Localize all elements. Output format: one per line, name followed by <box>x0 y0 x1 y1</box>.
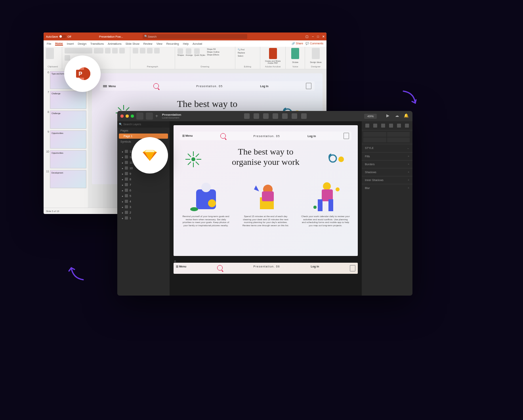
thumbnail[interactable]: 8Challenge <box>45 111 86 129</box>
thumbnail[interactable]: 7Challenge <box>45 91 86 109</box>
login-link[interactable]: Log in <box>307 135 316 137</box>
find-button[interactable]: 🔍 Find <box>238 48 258 51</box>
artboard-menu[interactable]: ☰ Menu <box>176 265 186 271</box>
align-bottom-icon[interactable] <box>405 124 409 128</box>
document-icon[interactable] <box>350 265 355 271</box>
tab-review[interactable]: Review <box>143 42 153 45</box>
artboard-2[interactable]: ☰ Menu Presentation. 06 Log in <box>174 263 358 274</box>
arrange-button[interactable] <box>186 48 191 54</box>
tool-icon[interactable] <box>301 113 307 119</box>
x-input[interactable] <box>363 132 386 137</box>
tab-insert[interactable]: Insert <box>67 42 74 45</box>
grid-tool[interactable] <box>146 113 153 120</box>
tab-home[interactable]: Home <box>55 42 63 46</box>
tool-icon[interactable] <box>254 113 259 119</box>
align-center-icon[interactable] <box>373 124 377 128</box>
notifications-icon[interactable]: 🔔 <box>404 113 409 119</box>
close-icon[interactable]: ✕ <box>322 35 325 38</box>
borders-section[interactable]: Borders+ <box>362 160 412 168</box>
layer-item[interactable]: 6 <box>117 187 170 193</box>
tool-icon[interactable] <box>273 113 278 119</box>
style-section[interactable]: STYLE⌄ <box>362 144 412 152</box>
blur-section[interactable]: Blur+ <box>362 184 412 192</box>
layer-item[interactable]: 5 <box>117 193 170 199</box>
thumbnail[interactable]: 9Opportunities <box>45 130 86 149</box>
login-link[interactable]: Log In <box>260 85 269 88</box>
font-family-dropdown[interactable] <box>65 48 92 53</box>
document-title[interactable]: Presentation Local Document <box>162 113 181 119</box>
tab-animations[interactable]: Animations <box>108 42 122 45</box>
tab-transitions[interactable]: Transitions <box>90 42 104 45</box>
sketch-canvas[interactable]: ☰ Menu Presentation. 05 Log in The best … <box>170 121 362 296</box>
italic-button[interactable] <box>112 48 118 53</box>
tab-recording[interactable]: Recording <box>166 42 179 45</box>
maximize-button[interactable] <box>131 115 134 118</box>
tool-icon[interactable] <box>244 113 250 119</box>
font-color-button[interactable] <box>65 55 70 61</box>
shape-fill-button[interactable]: Shape Fill <box>207 48 220 51</box>
shapes-button[interactable] <box>178 48 183 54</box>
bold-button[interactable] <box>105 48 111 53</box>
tab-help[interactable]: Help <box>183 42 189 45</box>
close-button[interactable] <box>120 115 124 118</box>
numbering-button[interactable] <box>140 48 145 53</box>
quick-styles-button[interactable] <box>194 48 200 54</box>
thumbnail[interactable]: 10Opportunities <box>45 150 86 168</box>
align-left-button[interactable] <box>147 48 153 53</box>
shape-effects-button[interactable]: Shape Effects <box>207 53 220 56</box>
tool-icon[interactable] <box>263 113 269 119</box>
inner-shadows-section[interactable]: Inner Shadows+ <box>362 176 412 184</box>
ribbon-options-icon[interactable]: ▢ <box>305 35 309 38</box>
minimize-button[interactable] <box>126 115 129 118</box>
thumbnail[interactable]: 11Development <box>45 170 86 188</box>
dictate-button[interactable] <box>291 48 299 59</box>
tab-acrobat[interactable]: Acrobat <box>193 42 202 45</box>
h-input[interactable] <box>387 137 410 142</box>
layer-item[interactable]: 2 <box>117 210 170 215</box>
play-icon[interactable]: ▶ <box>386 113 392 119</box>
layer-item[interactable]: 4 <box>117 199 170 204</box>
artboard-menu[interactable]: ☰ Menu <box>182 134 193 137</box>
tool-icon[interactable] <box>292 113 297 119</box>
tab-view[interactable]: View <box>157 42 162 45</box>
tool-icon[interactable] <box>282 113 288 119</box>
align-center-button[interactable] <box>154 48 160 53</box>
layer-item[interactable]: 8 <box>117 176 170 182</box>
add-button[interactable]: + <box>155 113 158 119</box>
select-button[interactable]: Select <box>238 54 258 57</box>
y-input[interactable] <box>387 132 410 137</box>
paste-button[interactable] <box>46 48 54 59</box>
align-top-icon[interactable] <box>389 124 393 128</box>
tab-design[interactable]: Design <box>78 42 86 45</box>
layer-item[interactable]: 3 <box>117 204 170 210</box>
tab-file[interactable]: File <box>47 42 51 45</box>
autosave-toggle[interactable]: AutoSave Off <box>46 35 71 38</box>
shape-outline-button[interactable]: Shape Outline <box>207 51 220 53</box>
layer-search[interactable]: 🔍 Search Layers <box>117 121 170 128</box>
align-right-icon[interactable] <box>381 124 385 128</box>
layer-item[interactable]: 7 <box>117 182 170 187</box>
search-box[interactable]: 🔍 Search <box>143 34 247 39</box>
replace-button[interactable]: Replace <box>238 51 258 54</box>
document-name[interactable]: Presentation Pow... <box>99 35 123 38</box>
underline-button[interactable] <box>119 48 125 53</box>
login-link[interactable]: Log in <box>311 265 319 271</box>
tab-slideshow[interactable]: Slide Show <box>126 42 139 45</box>
align-middle-icon[interactable] <box>397 124 401 128</box>
artboard[interactable]: ☰ Menu Presentation. 05 Log in The best … <box>174 125 358 256</box>
pages-section[interactable]: Pages <box>117 128 170 134</box>
search-icon[interactable] <box>217 265 223 271</box>
document-icon[interactable] <box>306 83 311 89</box>
document-icon[interactable] <box>344 133 349 139</box>
shapes-tool[interactable] <box>136 113 143 120</box>
bullets-button[interactable] <box>133 48 138 53</box>
design-ideas-button[interactable] <box>312 48 320 59</box>
font-size-dropdown[interactable] <box>94 48 103 53</box>
comments-button[interactable]: 💬 Comments <box>305 42 323 45</box>
slide-menu-button[interactable]: Menu <box>103 85 116 88</box>
minimize-icon[interactable]: − <box>312 35 314 38</box>
adobe-pdf-button[interactable] <box>269 48 277 59</box>
shadows-section[interactable]: Shadows+ <box>362 168 412 176</box>
w-input[interactable] <box>363 137 386 142</box>
fills-section[interactable]: Fills+ <box>362 152 412 160</box>
